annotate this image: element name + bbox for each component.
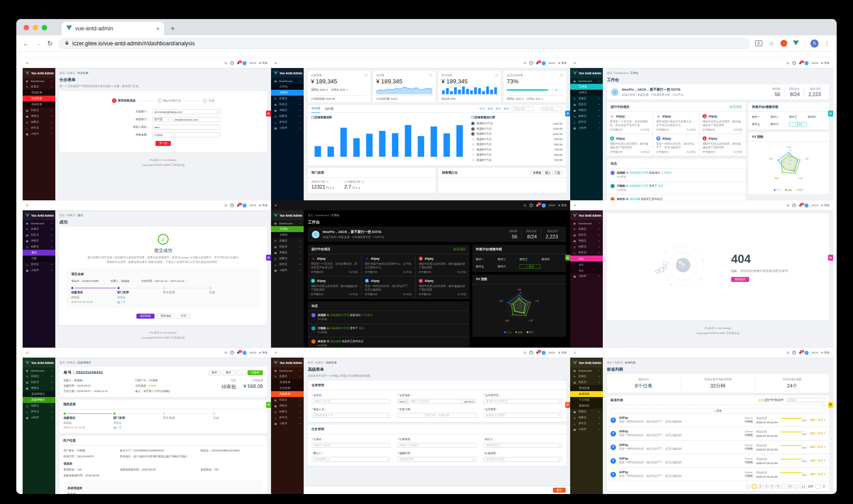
reload-icon[interactable]: ↻ bbox=[47, 39, 53, 48]
search-icon[interactable] bbox=[786, 204, 790, 207]
field-input[interactable]: ant-design@alipay.com▾ bbox=[152, 109, 220, 114]
user-avatar[interactable] bbox=[805, 204, 809, 208]
project-group[interactable]: 科学搬砖组 bbox=[656, 150, 669, 154]
user-avatar[interactable] bbox=[542, 61, 546, 65]
sidebar-item-详情页[interactable]: ▣详情页▾ bbox=[570, 107, 603, 113]
sidebar-item-表单页[interactable]: ✎表单页▾ bbox=[23, 226, 55, 232]
notification-bell-icon[interactable]: 12 bbox=[536, 204, 539, 207]
user-avatar[interactable] bbox=[805, 351, 809, 355]
sidebar-item-列表页[interactable]: ▤列表页▾ bbox=[23, 232, 55, 238]
sidebar-subitem-标准列表[interactable]: 标准列表 bbox=[570, 391, 603, 397]
button-打印[interactable]: 打印 bbox=[177, 314, 190, 319]
quick-op-操作二[interactable]: 操作二 bbox=[771, 115, 788, 119]
filter-全部[interactable]: 全部 bbox=[758, 398, 765, 402]
sidebar-subitem-403[interactable]: 403 bbox=[570, 262, 603, 267]
language-selector[interactable]: ⊕ 简体 bbox=[259, 351, 267, 355]
field-input[interactable]: 请输入仓库名 bbox=[312, 399, 390, 404]
project-group[interactable]: 科学搬砖组 bbox=[419, 271, 431, 274]
sidebar-item-Dashboard[interactable]: ◉Dashboard▾ bbox=[271, 368, 304, 373]
row-actions[interactable]: 编辑 | 更多 ▾ bbox=[810, 418, 825, 422]
channel-门店[interactable]: 门店 bbox=[553, 170, 562, 175]
help-icon[interactable]: ? bbox=[230, 351, 234, 354]
sidebar-item-Dashboard[interactable]: ◉Dashboard▾ bbox=[23, 220, 55, 226]
sidebar-item-列表页[interactable]: ▤列表页▾ bbox=[271, 397, 304, 403]
quick-op-操作六[interactable]: 操作六 bbox=[771, 122, 788, 126]
sidebar-subitem-分析页[interactable]: 分析页 bbox=[271, 90, 304, 96]
field-input[interactable]: 请选择任务类型▾ bbox=[484, 457, 562, 462]
field-input[interactable]: 请选择审批人员▾ bbox=[312, 413, 390, 418]
breadcrumb-item[interactable]: 首页 bbox=[308, 361, 313, 364]
sidebar-item-小组件[interactable]: ▦小组件▾ bbox=[23, 267, 55, 273]
activity-user[interactable]: 曲丽丽 bbox=[617, 171, 626, 174]
help-icon[interactable]: ? bbox=[529, 351, 533, 354]
breadcrumb-item[interactable]: Dashboard bbox=[615, 72, 628, 74]
sidebar-item-小组件[interactable]: ▦小组件▾ bbox=[23, 415, 55, 421]
project-tile[interactable]: ●Alipay城镇中有那么多的酒馆，她却偏偏走进了我的酒馆科学搬砖组9小时前 bbox=[308, 276, 362, 299]
range-本周[interactable]: 本周 bbox=[487, 107, 493, 111]
footer-link-antd[interactable]: Ant Design bbox=[163, 159, 176, 161]
search-icon[interactable] bbox=[224, 351, 228, 354]
sidebar-subitem-分析页[interactable]: 分析页 bbox=[271, 232, 304, 238]
field-input[interactable]: ¥ 5000 bbox=[152, 132, 220, 137]
footer-link-pro[interactable]: Pro首页 bbox=[150, 159, 159, 161]
legend-团队[interactable]: 团队 bbox=[785, 189, 793, 192]
search-icon[interactable] bbox=[786, 351, 790, 354]
quick-op-操作五[interactable]: 操作五 bbox=[476, 265, 497, 269]
sidebar-item-表单页[interactable]: ✎表单页▾ bbox=[570, 226, 603, 232]
filter-进行中[interactable]: 进行中 bbox=[765, 398, 774, 402]
sidebar-item-结果页[interactable]: ◎结果页▾ bbox=[271, 256, 304, 262]
breadcrumb-item[interactable]: 列表页 bbox=[615, 361, 623, 364]
sidebar-item-详情页[interactable]: ▣详情页▾ bbox=[271, 107, 304, 113]
chrome-menu-icon[interactable]: ⋮ bbox=[824, 40, 830, 47]
sidebar-item-异常页[interactable]: △异常页▾ bbox=[271, 119, 304, 125]
quick-op-操作三[interactable]: 操作三 bbox=[789, 115, 807, 119]
legend-团队[interactable]: 团队 bbox=[515, 331, 523, 334]
sidebar-collapse-icon[interactable]: ≡ bbox=[275, 61, 277, 65]
quick-add-button[interactable]: + 添加 bbox=[789, 122, 807, 126]
footer-link-pro[interactable]: Pro首页 bbox=[704, 327, 714, 330]
row-actions[interactable]: 编辑 | 更多 ▾ bbox=[810, 472, 825, 476]
date-range-input[interactable]: 开始日期 ~ 结束日期 bbox=[397, 413, 476, 418]
page-next-icon[interactable]: › bbox=[794, 484, 798, 489]
activity-user[interactable]: 林东东 bbox=[617, 198, 626, 200]
row-title[interactable]: AliPay bbox=[619, 416, 742, 419]
field-input[interactable]: 请选择仓库管理员▾ bbox=[484, 399, 562, 404]
step-sub[interactable]: 催一下 bbox=[113, 426, 163, 430]
quick-op-操作二[interactable]: 操作二 bbox=[498, 257, 519, 262]
page-prev-icon[interactable]: ‹ bbox=[746, 484, 751, 489]
sidebar-item-异常页[interactable]: △异常页▾ bbox=[23, 125, 55, 131]
github-icon[interactable]: ⊙ bbox=[160, 331, 163, 334]
sidebar-subitem-工作台[interactable]: 工作台 bbox=[271, 226, 304, 232]
button-查看项目[interactable]: 查看项目 bbox=[157, 314, 175, 319]
project-group[interactable]: 科学搬砖组 bbox=[703, 150, 715, 154]
help-icon[interactable]: ? bbox=[529, 61, 533, 65]
profile-avatar[interactable]: h bbox=[810, 39, 819, 48]
notification-bell-icon[interactable]: 12 bbox=[237, 62, 240, 65]
sidebar-item-Dashboard[interactable]: ◉Dashboard▾ bbox=[23, 78, 55, 84]
breadcrumb-item[interactable]: 首页 bbox=[607, 361, 612, 364]
activity-link[interactable]: 留言 bbox=[359, 327, 364, 330]
all-projects-link[interactable]: 全部项目 bbox=[729, 105, 742, 109]
help-icon[interactable]: ? bbox=[792, 204, 796, 207]
action-button[interactable]: 操作 bbox=[208, 370, 221, 375]
primary-action-button[interactable]: 主操作 bbox=[247, 370, 263, 375]
forward-icon[interactable]: → bbox=[35, 39, 42, 47]
field-value[interactable]: 12421 bbox=[149, 384, 156, 387]
theme-settings-button[interactable]: ⚙ bbox=[565, 255, 570, 261]
range-今日[interactable]: 今日 bbox=[479, 107, 485, 111]
sidebar-item-详情页[interactable]: ▣详情页▾ bbox=[570, 409, 603, 415]
page-2[interactable]: 2 bbox=[758, 484, 762, 489]
search-icon[interactable] bbox=[786, 62, 790, 65]
sidebar-item-异常页[interactable]: △异常页▾ bbox=[271, 415, 304, 421]
row-title[interactable]: AliPay bbox=[619, 443, 742, 446]
sidebar-collapse-icon[interactable]: ≡ bbox=[574, 351, 576, 355]
sidebar-subitem-搜索列表[interactable]: 搜索列表 bbox=[570, 403, 603, 409]
sidebar-subitem-高级详情页[interactable]: 高级详情页 bbox=[23, 397, 55, 403]
activity-user[interactable]: 林东东 bbox=[318, 340, 327, 343]
sidebar-item-表单页[interactable]: ✎表单页▾ bbox=[570, 96, 603, 102]
project-group[interactable]: 科学搬砖组 bbox=[610, 128, 623, 131]
sidebar-item-异常页[interactable]: △异常页▴ bbox=[570, 250, 603, 256]
project-tile[interactable]: ❖Alipay希望是一个好东西，也许是最好的，好东西是不会消亡的科学搬砖组9小时… bbox=[607, 112, 653, 134]
user-avatar[interactable] bbox=[242, 61, 247, 65]
sidebar-item-结果页[interactable]: ◎结果页▾ bbox=[570, 244, 603, 250]
